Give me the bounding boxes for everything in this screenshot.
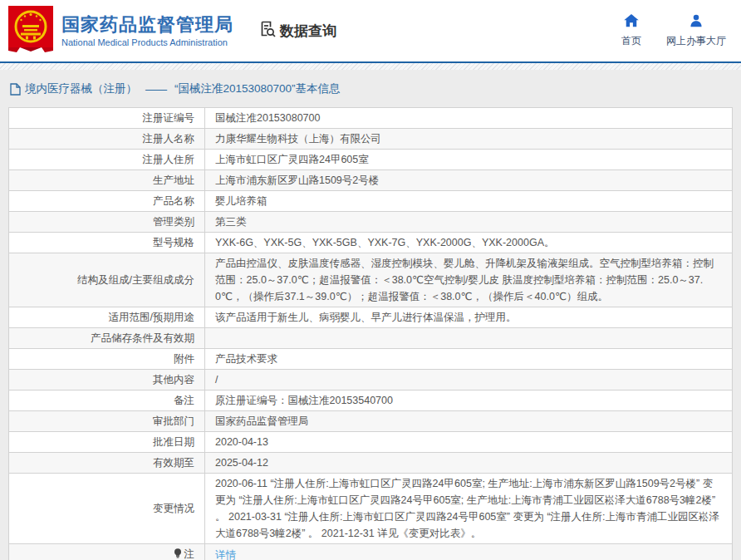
row-label: 有效期至 [9,453,205,474]
row-value: 详情 [205,544,733,560]
table-row: 型号规格 YXK-6G、YXK-5G、YXK-5GB、YXK-7G、YXK-20… [9,233,733,253]
row-label-text: 型号规格 [153,237,194,248]
row-label-text: 附件 [174,353,194,365]
table-row: 有效期至 2025-04-12 [9,453,733,474]
row-value-text: 上海市浦东新区罗山路1509号2号楼 [215,174,379,186]
info-table-container: 注册证编号 国械注准20153080700 注册人名称 力康华耀生物科技（上海）… [0,107,741,560]
row-label: 注册证编号 [9,108,205,129]
row-value: 2025-04-12 [205,453,733,474]
row-label: 审批部门 [9,411,205,432]
breadcrumb: 境内医疗器械（注册） —— “国械注准20153080700”基本信息 [0,70,741,107]
breadcrumb-dash: —— [145,83,166,96]
nav-home-label: 首页 [621,34,641,48]
row-label: 注 [9,544,205,560]
table-row: 批准日期 2020-04-13 [9,432,733,453]
nav-service-hall-label: 网上办事大厅 [666,34,726,48]
table-row: 结构及组成/主要组成成分 产品由控温仪、皮肤温度传感器、湿度控制模块、婴儿舱、升… [9,253,733,307]
row-value: 上海市浦东新区罗山路1509号2号楼 [205,170,733,191]
row-value: 上海市虹口区广灵四路24甲605室 [205,150,733,170]
data-query-label: 数据查询 [280,22,336,41]
row-label: 备注 [9,391,205,411]
row-label-text: 审批部门 [153,415,194,427]
table-row-note: 注 详情 [9,544,733,560]
row-label: 生产地址 [9,170,205,191]
row-label: 适用范围/预期用途 [9,307,205,328]
nav-item-service-hall[interactable]: 网上办事大厅 [666,14,726,48]
breadcrumb-category[interactable]: 境内医疗器械（注册） [25,81,137,96]
row-label-text: 注册证编号 [143,112,195,124]
person-icon [689,14,703,31]
row-value: 第三类 [205,212,733,233]
row-value: 国家药品监督管理局 [205,411,733,432]
row-label: 变更情况 [9,474,205,544]
row-label: 产品储存条件及有效期 [9,328,205,349]
row-label: 产品名称 [9,191,205,212]
row-value-text: 2020-06-11 “注册人住所:上海市虹口区广灵四路24甲605室; 生产地… [215,478,719,539]
row-label-text: 有效期至 [153,457,194,469]
row-label-text: 注册人名称 [143,133,195,145]
row-label-text: 管理类别 [153,216,194,228]
row-value-text: 婴儿培养箱 [215,195,267,207]
row-value-text: 第三类 [215,216,247,228]
row-label-text: 变更情况 [153,503,194,514]
row-label-text: 其他内容 [153,374,194,386]
row-label-text: 结构及组成/主要组成成分 [77,274,194,286]
row-value [205,328,733,349]
row-label: 管理类别 [9,212,205,233]
row-label-text: 注 [184,548,195,560]
table-row: 注册人住所 上海市虹口区广灵四路24甲605室 [9,150,733,170]
table-row: 适用范围/预期用途 该产品适用于新生儿、病弱婴儿、早产儿进行体温保温，护理用。 [9,307,733,328]
row-label: 型号规格 [9,233,205,253]
row-value-text: YXK-6G、YXK-5G、YXK-5GB、YXK-7G、YXK-2000G、Y… [215,237,554,248]
row-value: 原注册证编号：国械注准20153540700 [205,391,733,411]
row-value-text: 国械注准20153080700 [215,112,320,124]
table-row: 审批部门 国家药品监督管理局 [9,411,733,432]
row-label-text: 批准日期 [153,436,194,448]
row-value: 该产品适用于新生儿、病弱婴儿、早产儿进行体温保温，护理用。 [205,307,733,328]
table-row: 备注 原注册证编号：国械注准20153540700 [9,391,733,411]
row-label-text: 备注 [174,395,194,406]
details-link[interactable]: 详情 [215,549,236,560]
page-header: 国家药品监督管理局 National Medical Products Admi… [0,0,741,63]
nav-item-home[interactable]: 首页 [621,14,641,48]
row-value-text: 国家药品监督管理局 [215,415,309,427]
site-title: 国家药品监督管理局 [61,14,233,36]
nmpa-logo[interactable]: 国家药品监督管理局 National Medical Products Admi… [8,6,233,56]
row-value-text: 2020-04-13 [215,436,268,448]
row-label: 注册人住所 [9,150,205,170]
national-emblem-icon [8,6,53,56]
document-search-icon [258,20,277,42]
row-value: 2020-06-11 “注册人住所:上海市虹口区广灵四路24甲605室; 生产地… [205,474,733,544]
data-query-section[interactable]: 数据查询 [258,20,336,42]
row-label: 批准日期 [9,432,205,453]
row-label: 其他内容 [9,370,205,391]
registration-info-table: 注册证编号 国械注准20153080700 注册人名称 力康华耀生物科技（上海）… [8,107,733,560]
table-row: 生产地址 上海市浦东新区罗山路1509号2号楼 [9,170,733,191]
row-value-text: 原注册证编号：国械注准20153540700 [215,395,393,406]
header-hatch-divider [0,63,741,70]
row-value-text: 产品由控温仪、皮肤温度传感器、湿度控制模块、婴儿舱、升降机架及输液架组成。空气控… [215,258,714,302]
row-value-text: 2025-04-12 [215,457,268,469]
row-value: 国械注准20153080700 [205,108,733,129]
table-row: 管理类别 第三类 [9,212,733,233]
row-label: 结构及组成/主要组成成分 [9,253,205,307]
row-label-text: 生产地址 [153,174,194,186]
site-subtitle: National Medical Products Administration [61,37,233,47]
header-nav: 首页 网上办事大厅 [621,14,726,48]
row-value: 产品技术要求 [205,349,733,370]
row-value: 产品由控温仪、皮肤温度传感器、湿度控制模块、婴儿舱、升降机架及输液架组成。空气控… [205,253,733,307]
table-row: 变更情况 2020-06-11 “注册人住所:上海市虹口区广灵四路24甲605室… [9,474,733,544]
row-value: 2020-04-13 [205,432,733,453]
row-value-text: 上海市虹口区广灵四路24甲605室 [215,154,369,165]
table-row: 附件 产品技术要求 [9,349,733,370]
row-value: 力康华耀生物科技（上海）有限公司 [205,129,733,150]
row-label: 附件 [9,349,205,370]
row-value: / [205,370,733,391]
row-label-text: 适用范围/预期用途 [109,312,194,323]
table-row: 产品储存条件及有效期 [9,328,733,349]
row-value-text: 力康华耀生物科技（上海）有限公司 [215,133,381,145]
row-label-text: 注册人住所 [143,154,195,165]
row-label-text: 产品名称 [153,195,194,207]
home-icon [624,14,639,31]
page-title: “国械注准20153080700”基本信息 [174,81,341,96]
